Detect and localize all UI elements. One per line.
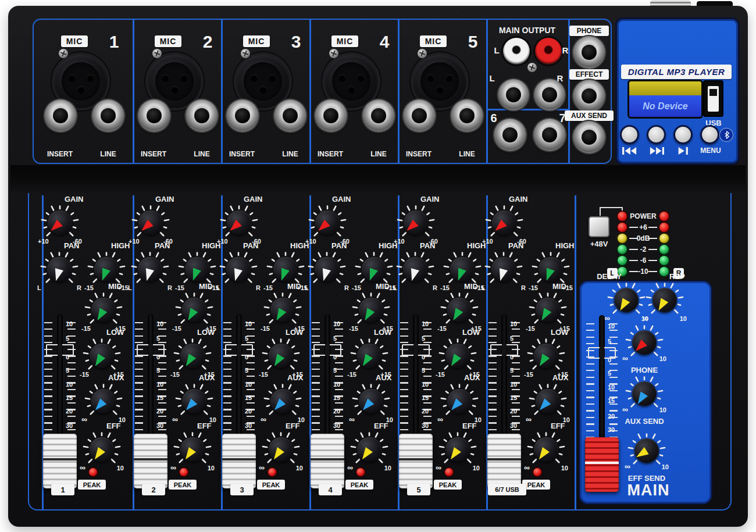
- knob-pan-body: [315, 257, 339, 281]
- peak-label: PEAK: [169, 480, 197, 490]
- ch6-label: 6: [488, 112, 499, 125]
- channel-1-fader-scale: 30: [66, 422, 81, 429]
- channel-6-fader-scale: 15: [510, 394, 525, 401]
- channel-3-fader-scale: 30: [245, 422, 260, 429]
- knob-pan-body: [138, 257, 162, 281]
- channel-3-fader-cap[interactable]: [222, 434, 256, 488]
- knob-aux_send[interactable]: AUX SEND∞10: [621, 366, 668, 423]
- channel-5-fader-scale: 5: [422, 335, 437, 342]
- channel-6-fader-scale: 30: [510, 422, 525, 429]
- line-label: LINE: [360, 150, 397, 158]
- xlr-screw-top: [152, 49, 162, 58]
- knob-aux-name: AUX: [464, 373, 480, 382]
- knob-eff_send[interactable]: EFF SEND∞10: [623, 423, 670, 480]
- knob-eff[interactable]: EFF∞10: [169, 422, 216, 479]
- mp3-button-menu[interactable]: [700, 125, 719, 144]
- knob-delay-body: [614, 288, 639, 312]
- knob-high-body: [94, 257, 119, 281]
- knob-phone[interactable]: PHONE∞10: [621, 315, 668, 372]
- bluetooth-icon: [720, 128, 733, 141]
- peak-led: [445, 468, 453, 476]
- channel-3-fader-scale: 5: [245, 335, 260, 342]
- channel-3-fader-scale: 10: [245, 381, 260, 388]
- knob-eff-name: EFF: [106, 422, 121, 430]
- mp3-button-previous[interactable]: [620, 125, 639, 144]
- knob-gain-name: GAIN: [420, 195, 440, 203]
- knob-eff[interactable]: EFF∞10: [258, 422, 304, 479]
- channel-1-fader-zero-mark: [46, 344, 74, 356]
- knob-eff-body: [445, 437, 470, 462]
- knob-pan[interactable]: PANLR: [480, 241, 527, 298]
- channel-1-fader-cap[interactable]: [43, 434, 77, 488]
- channel-divider: [398, 20, 400, 163]
- channel-6-fader-cap[interactable]: [487, 434, 521, 488]
- channel-4-fader-cap[interactable]: [311, 434, 344, 488]
- mic-channel-number: 3: [287, 32, 305, 52]
- mic-channel-number: 1: [105, 32, 123, 52]
- effect-jack: [573, 80, 605, 112]
- meter-row-label: 0dB: [627, 234, 659, 242]
- aux-send-label: AUX SEND: [565, 110, 614, 121]
- knob-pan[interactable]: PANLR: [36, 241, 83, 298]
- knob-aux-name: AUX: [552, 373, 568, 382]
- meter-led-left--6: [618, 256, 627, 265]
- knob-low-name: LOW: [551, 328, 568, 337]
- meter-led-right-0dB: [659, 234, 669, 243]
- knob-pan-min: L: [482, 284, 486, 291]
- knob-pan[interactable]: PANLR: [215, 241, 262, 298]
- knob-eff-body: [534, 437, 558, 462]
- knob-pan[interactable]: PANLR: [304, 241, 350, 298]
- phantom-power-button[interactable]: [589, 216, 609, 237]
- front-edge-band: [10, 165, 746, 193]
- knob-eff[interactable]: EFF∞10: [79, 422, 125, 479]
- lcd-text: No Device: [643, 101, 687, 112]
- line-label: LINE: [448, 150, 486, 158]
- knob-pan[interactable]: PANLR: [392, 241, 438, 298]
- knob-pan[interactable]: PANLR: [127, 241, 173, 298]
- channel-1-fader-scale: 15: [66, 394, 81, 401]
- knob-eff_send-min: ∞: [625, 463, 630, 469]
- knob-eff_send-body: [634, 438, 659, 463]
- knob-eff-max: 10: [561, 465, 568, 472]
- usb-port[interactable]: [703, 80, 723, 117]
- channel-4-fader-scale: 5: [333, 367, 348, 374]
- peak-led: [533, 468, 541, 476]
- main-output-rca-right-jack: [535, 38, 562, 65]
- mp3-button-next[interactable]: [647, 125, 666, 144]
- line-label: LINE: [90, 150, 127, 158]
- knob-mid-body: [270, 298, 295, 322]
- channel-3-fader-scale: 5: [245, 367, 260, 374]
- channel-number-plate: 4: [319, 484, 342, 495]
- knob-low-name: LOW: [106, 328, 124, 337]
- insert-jack: [44, 99, 77, 132]
- channel-4-fader-scale: 20: [333, 408, 348, 415]
- knob-eff[interactable]: EFF∞10: [434, 422, 481, 479]
- knob-eff[interactable]: EFF∞10: [346, 422, 393, 479]
- insert-jack: [138, 99, 170, 132]
- knob-low-name: LOW: [462, 328, 480, 337]
- line-jack: [451, 99, 483, 132]
- knob-pan-body: [226, 257, 251, 281]
- channel-5-fader-scale: 20: [422, 408, 437, 415]
- mic-channel-number: 2: [199, 32, 216, 52]
- mic-label: MIC: [160, 37, 177, 46]
- knob-eff-min: ∞: [80, 465, 85, 470]
- channel-5-fader-cap[interactable]: [399, 434, 433, 488]
- knob-mid-body: [447, 298, 472, 322]
- play-pause-icon: [676, 147, 691, 155]
- knob-eff[interactable]: EFF∞10: [523, 422, 569, 479]
- line-jack: [92, 99, 124, 132]
- knob-pan-name: PAN: [331, 241, 347, 250]
- trs-left-label: L: [487, 73, 497, 83]
- knob-mid-name: MID: [464, 282, 478, 291]
- xlr-screw-top: [59, 49, 68, 58]
- main-fader-scale: 30: [608, 426, 623, 433]
- channel-divider: [133, 20, 134, 163]
- knob-pan-body: [403, 257, 427, 281]
- mp3-button-play-pause[interactable]: [673, 125, 693, 144]
- channel-2-fader-cap[interactable]: [134, 434, 167, 488]
- knob-gain-body: [315, 210, 340, 235]
- knob-eff-max: 10: [208, 465, 215, 472]
- knob-pan-min: L: [393, 284, 397, 291]
- channel-5-fader-scale: 5: [422, 367, 437, 374]
